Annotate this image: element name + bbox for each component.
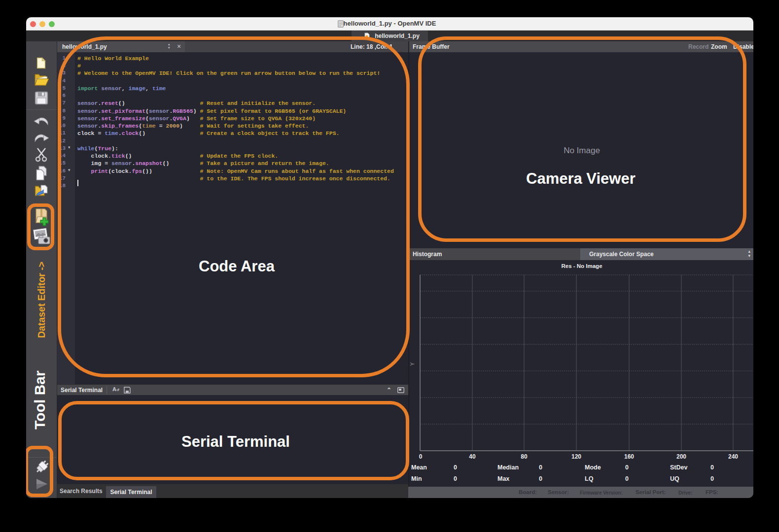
svg-text:80: 80 [521,453,528,460]
svg-text:Mode: Mode [585,464,601,471]
svg-text:0: 0 [539,464,542,471]
svg-text:0: 0 [539,475,542,482]
svg-text:Min: Min [411,475,422,482]
svg-text:0: 0 [625,475,629,482]
svg-text:0: 0 [454,475,457,482]
svg-text:StDev: StDev [670,464,687,471]
svg-text:0: 0 [454,464,457,471]
svg-text:0: 0 [710,464,714,471]
svg-text:Median: Median [497,464,519,471]
svg-text:0: 0 [710,475,714,482]
svg-text:Max: Max [497,475,509,482]
svg-text:0: 0 [625,464,629,471]
svg-text:LQ: LQ [585,475,594,482]
svg-text:Y: Y [409,362,415,366]
svg-text:40: 40 [469,453,476,460]
svg-text:200: 200 [676,453,686,460]
svg-text:160: 160 [624,453,634,460]
svg-text:120: 120 [571,453,581,460]
svg-text:UQ: UQ [670,475,679,482]
svg-text:Mean: Mean [411,464,427,471]
svg-text:240: 240 [728,453,738,460]
svg-text:0: 0 [419,453,423,460]
